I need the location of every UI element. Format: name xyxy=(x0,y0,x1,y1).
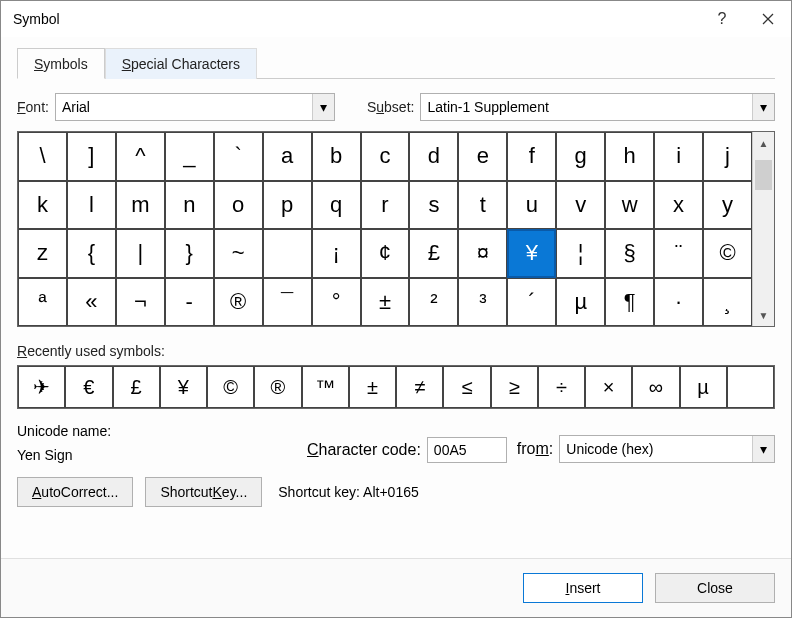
symbol-cell[interactable]: e xyxy=(458,132,507,181)
from-select[interactable]: Unicode (hex) ▾ xyxy=(559,435,775,463)
symbol-cell[interactable]: ¥ xyxy=(507,229,556,278)
symbol-cell[interactable]: ~ xyxy=(214,229,263,278)
insert-button[interactable]: Insert xyxy=(523,573,643,603)
symbol-cell[interactable]: £ xyxy=(409,229,458,278)
recent-grid[interactable]: ✈€£¥©®™±≠≤≥÷×∞µ xyxy=(17,365,775,409)
scroll-down-icon[interactable]: ▼ xyxy=(753,304,774,326)
symbol-cell[interactable]: x xyxy=(654,181,703,230)
symbol-cell[interactable]: y xyxy=(703,181,752,230)
symbol-cell[interactable]: § xyxy=(605,229,654,278)
recent-cell[interactable]: ✈ xyxy=(18,366,65,408)
symbol-cell[interactable]: _ xyxy=(165,132,214,181)
symbol-cell[interactable]: g xyxy=(556,132,605,181)
symbol-cell[interactable]: c xyxy=(361,132,410,181)
symbol-cell[interactable]: µ xyxy=(556,278,605,327)
recent-cell[interactable]: µ xyxy=(680,366,727,408)
recent-cell[interactable]: £ xyxy=(113,366,160,408)
symbol-cell[interactable]: v xyxy=(556,181,605,230)
symbol-cell[interactable]: ¡ xyxy=(312,229,361,278)
charcode-input[interactable] xyxy=(427,437,507,463)
tab-special-characters[interactable]: Special Characters xyxy=(105,48,257,79)
symbol-cell[interactable]: ] xyxy=(67,132,116,181)
recent-cell[interactable]: ÷ xyxy=(538,366,585,408)
symbol-cell[interactable]: j xyxy=(703,132,752,181)
symbol-cell[interactable]: o xyxy=(214,181,263,230)
scroll-up-icon[interactable]: ▲ xyxy=(753,132,774,154)
recent-cell[interactable]: ≤ xyxy=(443,366,490,408)
symbol-cell[interactable]: p xyxy=(263,181,312,230)
recent-cell[interactable]: ® xyxy=(254,366,301,408)
symbol-cell[interactable]: | xyxy=(116,229,165,278)
symbol-cell[interactable]: r xyxy=(361,181,410,230)
symbol-cell[interactable]: ¶ xyxy=(605,278,654,327)
symbol-cell[interactable]: ¸ xyxy=(703,278,752,327)
subset-select[interactable]: Latin-1 Supplement ▾ xyxy=(420,93,775,121)
font-value: Arial xyxy=(62,99,90,115)
symbol-cell[interactable]: b xyxy=(312,132,361,181)
symbol-cell[interactable]: f xyxy=(507,132,556,181)
shortcut-key-button[interactable]: Shortcut Key... xyxy=(145,477,262,507)
symbol-cell[interactable]: ¤ xyxy=(458,229,507,278)
recent-cell[interactable]: × xyxy=(585,366,632,408)
close-button[interactable]: Close xyxy=(655,573,775,603)
symbol-cell[interactable]: ^ xyxy=(116,132,165,181)
symbol-cell[interactable]: } xyxy=(165,229,214,278)
symbol-cell[interactable]: m xyxy=(116,181,165,230)
symbol-cell[interactable]: l xyxy=(67,181,116,230)
symbol-cell[interactable]: n xyxy=(165,181,214,230)
symbol-cell[interactable]: s xyxy=(409,181,458,230)
autocorrect-button[interactable]: AutoCorrect... xyxy=(17,477,133,507)
scroll-thumb[interactable] xyxy=(755,160,772,190)
recent-cell[interactable]: ≠ xyxy=(396,366,443,408)
symbol-cell[interactable]: ¬ xyxy=(116,278,165,327)
symbol-cell[interactable]: k xyxy=(18,181,67,230)
help-button[interactable]: ? xyxy=(699,1,745,37)
font-select[interactable]: Arial ▾ xyxy=(55,93,335,121)
symbol-cell[interactable]: z xyxy=(18,229,67,278)
symbol-cell[interactable]: ¨ xyxy=(654,229,703,278)
symbol-cell[interactable]: ² xyxy=(409,278,458,327)
symbol-cell[interactable]: q xyxy=(312,181,361,230)
symbol-cell[interactable] xyxy=(263,229,312,278)
recent-cell[interactable]: ∞ xyxy=(632,366,679,408)
symbol-cell[interactable]: ³ xyxy=(458,278,507,327)
tab-symbols[interactable]: Symbols xyxy=(17,48,105,79)
symbol-cell[interactable]: w xyxy=(605,181,654,230)
symbol-cell[interactable]: ´ xyxy=(507,278,556,327)
symbol-cell[interactable]: ° xyxy=(312,278,361,327)
symbol-cell[interactable]: ¢ xyxy=(361,229,410,278)
recent-cell[interactable]: ™ xyxy=(302,366,349,408)
symbol-cell[interactable]: t xyxy=(458,181,507,230)
symbol-cell[interactable]: i xyxy=(654,132,703,181)
symbol-grid[interactable]: \]^_`abcdefghijklmnopqrstuvwxyz{|}~¡¢£¤¥… xyxy=(18,132,752,326)
symbol-cell[interactable]: d xyxy=(409,132,458,181)
recent-cell[interactable]: ≥ xyxy=(491,366,538,408)
symbol-cell[interactable]: u xyxy=(507,181,556,230)
close-icon[interactable] xyxy=(745,1,791,37)
symbol-cell[interactable]: { xyxy=(67,229,116,278)
shortcut-text: Shortcut key: Alt+0165 xyxy=(278,484,418,500)
symbol-cell[interactable]: ª xyxy=(18,278,67,327)
recent-cell[interactable]: € xyxy=(65,366,112,408)
recent-cell[interactable]: ¥ xyxy=(160,366,207,408)
symbol-cell[interactable]: h xyxy=(605,132,654,181)
symbol-cell[interactable]: \ xyxy=(18,132,67,181)
symbol-cell[interactable]: ± xyxy=(361,278,410,327)
symbol-cell[interactable]: © xyxy=(703,229,752,278)
symbol-cell[interactable]: a xyxy=(263,132,312,181)
recent-cell[interactable] xyxy=(727,366,774,408)
unicode-name-value: Yen Sign xyxy=(17,447,297,463)
symbol-cell[interactable]: ¦ xyxy=(556,229,605,278)
scroll-track[interactable] xyxy=(753,154,774,304)
symbol-cell[interactable]: « xyxy=(67,278,116,327)
recent-cell[interactable]: © xyxy=(207,366,254,408)
from-label: from: xyxy=(517,440,553,458)
symbol-cell[interactable]: ` xyxy=(214,132,263,181)
symbol-cell[interactable]: ¯ xyxy=(263,278,312,327)
recent-cell[interactable]: ± xyxy=(349,366,396,408)
grid-scrollbar[interactable]: ▲ ▼ xyxy=(752,132,774,326)
symbol-cell[interactable]: · xyxy=(654,278,703,327)
symbol-cell[interactable]: - xyxy=(165,278,214,327)
symbol-cell[interactable]: ® xyxy=(214,278,263,327)
symbol-dialog: Symbol ? Symbols Special Characters Font… xyxy=(0,0,792,618)
